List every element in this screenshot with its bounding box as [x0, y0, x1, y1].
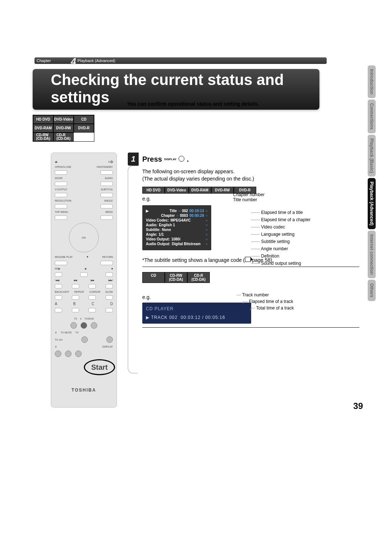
- remote-label: AUDIO: [105, 177, 113, 179]
- remote-button: [89, 308, 96, 312]
- chapter-bar: Chapter 4 Playback (Advanced): [34, 57, 327, 64]
- fmt-cell: CD: [142, 272, 165, 283]
- remote-button: [55, 204, 67, 208]
- power-icon: I/⏻: [109, 160, 113, 163]
- fmt-cell: DVD-RW: [211, 187, 234, 194]
- remote-label: DOOR: [55, 177, 62, 179]
- disc-type-grid: HD DVD DVD-Video CD DVD-RAM DVD-RW DVD-R…: [33, 115, 94, 142]
- remote-label: ANGLE: [104, 199, 113, 202]
- display-button-icon: [179, 156, 184, 162]
- a-label: A: [55, 302, 57, 306]
- tab-connections: Connections: [368, 100, 376, 133]
- rew-icon: ◀◀: [73, 279, 77, 282]
- play-icon: ▶: [85, 267, 87, 270]
- disc-cell: DVD-Video: [53, 115, 74, 124]
- osd-row-val: MPEG4AVC: [171, 218, 191, 222]
- remote-button: [106, 272, 113, 277]
- remote-label: SUBTITLE: [101, 188, 113, 191]
- osd-cd-panel: CD PLAYER TRACK 002 00:03:12 / 00:05:16: [142, 303, 251, 324]
- press-label: Press: [142, 155, 162, 163]
- disc-cell: HD DVD: [33, 115, 53, 124]
- remote-label: MENU: [105, 211, 113, 213]
- remote-button: [75, 351, 82, 357]
- fmt-cell: CD-RW (CD-DA): [165, 272, 187, 283]
- display-small-label: DISPLAY: [164, 158, 177, 161]
- time-sep: /: [202, 315, 204, 320]
- page-ref-icon: [245, 257, 251, 262]
- fmt-cell: DVD-RAM: [189, 187, 211, 194]
- remote-button: [81, 322, 87, 329]
- remote-button: [106, 295, 113, 300]
- remote-button: [106, 308, 113, 312]
- fmt-cell: CD-R (CD-DA): [187, 272, 210, 283]
- cd-player-header: CD PLAYER: [146, 306, 248, 311]
- tab-introduction: Introduction: [368, 65, 376, 98]
- track-label: TRACK: [151, 315, 168, 320]
- remote-button: [70, 322, 77, 329]
- osd-row-val: Digital Bitstream: [172, 242, 200, 246]
- step-line1: The following on-screen display appears.: [142, 169, 374, 174]
- stop-icon: ■: [111, 267, 113, 270]
- disc-cell: DVD-RW: [53, 124, 74, 133]
- remote-label: RETURN: [102, 256, 113, 258]
- osd-chapter-label: Chapter: [161, 214, 175, 218]
- play-icon: [146, 209, 149, 213]
- disc-cell: CD-R (CD-DA): [53, 133, 74, 141]
- down-icon: ∨: [55, 345, 57, 348]
- audio-format-row: CD CD-RW (CD-DA) CD-R (CD-DA): [142, 272, 374, 283]
- step-line2: (The actual display varies depending on …: [142, 176, 374, 182]
- remote-label: RESOLUTION: [55, 199, 72, 202]
- osd-row-key: Angle:: [146, 232, 157, 236]
- callout-label: Elapsed time of a chapter: [261, 217, 310, 222]
- remote-label: TV MUTE: [61, 331, 72, 334]
- remote-button: [55, 261, 67, 265]
- callout-label: Definition: [261, 254, 279, 259]
- eject-icon: ⏏: [55, 160, 58, 163]
- remote-button: [89, 295, 96, 300]
- track-total: 00:05:16: [205, 315, 225, 320]
- eg-label: e.g.: [142, 294, 151, 300]
- callout-label: Track number: [242, 292, 269, 297]
- remote-label: BACKLIGHT: [55, 291, 69, 293]
- remote-label: DISPLAY: [102, 345, 113, 348]
- osd-row-val: 1080i: [171, 237, 180, 241]
- remote-button: [101, 193, 113, 197]
- remote-label: RESUME PLAY: [55, 256, 73, 258]
- remote-button: [55, 170, 67, 175]
- callout-label: Angle number: [261, 246, 288, 251]
- d-label: D: [110, 302, 113, 306]
- ff-icon: ▶▶: [91, 279, 94, 282]
- remote-button: [91, 322, 97, 329]
- period: .: [187, 155, 189, 163]
- osd-row-key: Subtitle:: [146, 228, 160, 232]
- callout-label: Total time of a track: [256, 305, 294, 311]
- chapter-section: Playback (Advanced): [78, 58, 115, 63]
- osd-chapter-time: 00:00:28: [189, 214, 204, 218]
- remote-label: TV/DVD: [85, 317, 94, 320]
- disc-cell: CD-RW (CD-DA): [33, 133, 53, 141]
- remote-button: [80, 272, 87, 277]
- page-number: 39: [353, 401, 363, 411]
- step-bracket: [128, 166, 138, 373]
- osd-row-key: Video Output:: [146, 237, 170, 241]
- disc-cell: DVD-R: [74, 124, 94, 133]
- down-icon: ▼: [86, 255, 89, 259]
- remote-button: [55, 284, 62, 288]
- osd-title-num: 002: [182, 209, 188, 213]
- callout-label: Language setting: [261, 232, 294, 237]
- intro-text: You can confirm operational status and s…: [127, 101, 259, 107]
- remote-button: [72, 308, 79, 312]
- remote-button: [55, 215, 67, 220]
- osd-title-time: 00:19:13: [189, 209, 204, 213]
- pause-play-icon: II/II▶: [55, 267, 60, 270]
- ok-dpad: OK: [69, 223, 99, 252]
- disc-cell: DVD-RAM: [33, 124, 53, 133]
- c-label: C: [91, 302, 94, 306]
- fmt-cell: DVD-Video: [165, 187, 189, 194]
- remote-button: [55, 308, 62, 312]
- remote-button: [72, 284, 79, 288]
- chapter-number: 4: [71, 56, 76, 67]
- callout-label: Elapsed time of a track: [249, 299, 293, 304]
- remote-button: [101, 170, 113, 175]
- osd-row-key: Audio:: [146, 223, 158, 227]
